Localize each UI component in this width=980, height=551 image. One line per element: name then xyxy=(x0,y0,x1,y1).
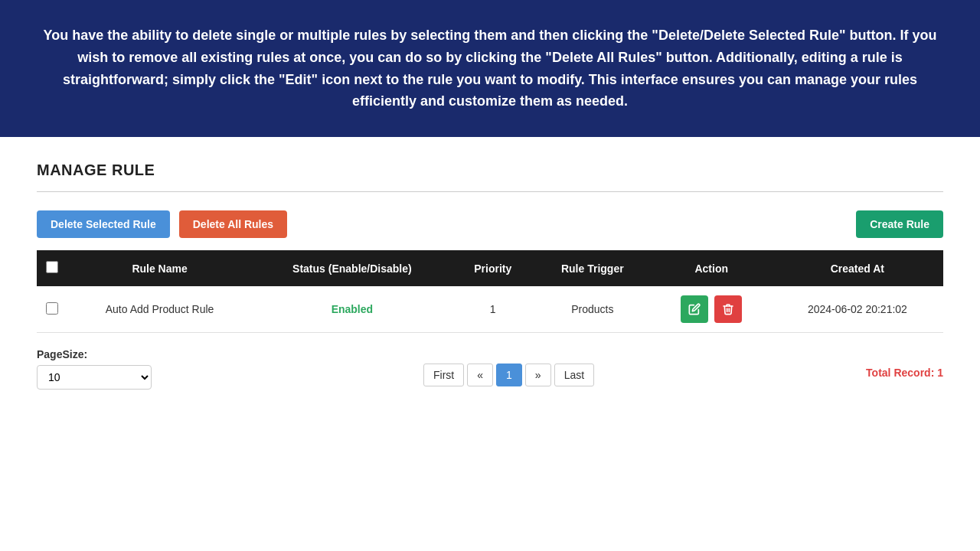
current-page-button[interactable]: 1 xyxy=(496,364,522,386)
pagesize-label: PageSize: xyxy=(37,348,152,360)
delete-all-button[interactable]: Delete All Rules xyxy=(179,210,287,238)
header-status: Status (Enable/Disable) xyxy=(252,250,452,286)
info-banner: You have the ability to delete single or… xyxy=(0,0,980,137)
select-all-checkbox[interactable] xyxy=(46,261,58,273)
row-checkbox-cell xyxy=(37,286,67,333)
banner-text: You have the ability to delete single or… xyxy=(37,24,943,112)
row-checkbox[interactable] xyxy=(46,302,58,315)
section-title: MANAGE RULE xyxy=(37,161,943,179)
row-status: Enabled xyxy=(252,286,452,333)
table-row: Auto Add Product Rule Enabled 1 Products xyxy=(37,286,943,333)
delete-rule-button[interactable] xyxy=(714,295,742,323)
row-priority: 1 xyxy=(452,286,534,333)
row-created-at: 2024-06-02 20:21:02 xyxy=(772,286,943,333)
create-rule-button[interactable]: Create Rule xyxy=(856,210,943,238)
total-record-value: 1 xyxy=(937,367,943,379)
last-page-button[interactable]: Last xyxy=(554,364,594,386)
delete-selected-button[interactable]: Delete Selected Rule xyxy=(37,210,170,238)
header-rule-name: Rule Name xyxy=(67,250,252,286)
first-page-button[interactable]: First xyxy=(423,364,464,386)
edit-rule-button[interactable] xyxy=(681,295,708,323)
section-divider xyxy=(37,191,943,192)
row-rule-name: Auto Add Product Rule xyxy=(67,286,252,333)
pagesize-select[interactable]: 10 20 50 100 xyxy=(37,365,152,390)
pagination-area: PageSize: 10 20 50 100 First « 1 » Last … xyxy=(37,348,943,390)
row-action xyxy=(652,286,772,333)
toolbar-right: Create Rule xyxy=(856,210,943,238)
header-priority: Priority xyxy=(452,250,534,286)
header-action: Action xyxy=(652,250,772,286)
row-rule-trigger: Products xyxy=(534,286,652,333)
header-rule-trigger: Rule Trigger xyxy=(534,250,652,286)
prev-page-button[interactable]: « xyxy=(467,364,493,386)
header-checkbox-cell xyxy=(37,250,67,286)
total-record-label: Total Record: xyxy=(866,367,934,379)
rules-table: Rule Name Status (Enable/Disable) Priori… xyxy=(37,250,943,333)
pagination-controls: First « 1 » Last xyxy=(423,364,594,386)
main-content: MANAGE RULE Delete Selected Rule Delete … xyxy=(0,137,980,414)
pagesize-section: PageSize: 10 20 50 100 xyxy=(37,348,152,390)
toolbar: Delete Selected Rule Delete All Rules Cr… xyxy=(37,210,943,238)
table-header-row: Rule Name Status (Enable/Disable) Priori… xyxy=(37,250,943,286)
pagination-right: Total Record: 1 xyxy=(866,348,943,379)
toolbar-left: Delete Selected Rule Delete All Rules xyxy=(37,210,287,238)
total-record: Total Record: 1 xyxy=(866,367,943,379)
header-created-at: Created At xyxy=(772,250,943,286)
next-page-button[interactable]: » xyxy=(525,364,551,386)
pagination-center: First « 1 » Last xyxy=(423,348,594,386)
